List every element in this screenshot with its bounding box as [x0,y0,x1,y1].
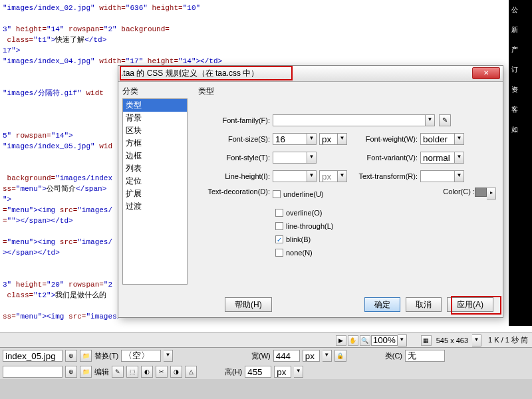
line-height-label: Line-height(I): [198,172,273,180]
width-label: 宽(W) [251,351,271,361]
zoom-icon[interactable]: 🔍 [360,335,370,346]
dropdown-icon[interactable]: ▸ [487,188,496,200]
category-item[interactable]: 列表 [123,162,187,175]
edit-tool-icon[interactable]: ◑ [170,366,182,378]
blink-label: blink(B) [286,235,311,243]
edit-tool-icon[interactable]: ✎ [112,366,124,378]
edit-tool-icon[interactable]: ✂ [156,366,168,378]
dropdown-icon[interactable]: ▼ [338,170,347,182]
category-item[interactable]: 扩展 [123,188,187,200]
ruler-icon[interactable]: ▦ [421,335,432,346]
dropdown-icon[interactable]: ▼ [307,152,317,164]
color-label: Color(C) : [443,188,475,196]
pencil-icon[interactable]: ✎ [439,114,451,126]
category-item[interactable]: 过渡 [123,200,187,213]
preview-panel: 公新产订资客如 [509,0,532,326]
font-size-label: Font-size(S): [198,135,273,143]
category-item[interactable]: 类型 [123,99,187,112]
help-button[interactable]: 帮助(H) [225,297,272,312]
dimensions-text: 545 x 463 [436,336,468,344]
category-item[interactable]: 边框 [123,150,187,162]
apply-button[interactable]: 应用(A) [447,297,493,312]
zoom-input[interactable] [371,335,398,346]
none-label: none(N) [286,249,313,257]
text-decoration-label: Text-decoration(D): [198,188,273,196]
width-unit[interactable] [303,350,320,362]
font-variant-label: Font-variant(V): [347,154,420,162]
link-icon[interactable]: ⊕ [65,366,77,378]
overline-label: overline(O) [286,209,322,217]
category-item[interactable]: 方框 [123,137,187,150]
text-transform-input[interactable] [420,170,455,182]
category-list[interactable]: 类型背景区块方框边框列表定位扩展过渡 [122,98,188,285]
font-weight-label: Font-weight(W): [347,135,420,143]
dropdown-icon[interactable]: ▼ [455,152,464,164]
font-size-unit[interactable] [319,133,338,145]
dropdown-icon[interactable]: ▼ [426,114,435,126]
hand-icon[interactable]: ✋ [348,335,358,346]
font-weight-input[interactable] [420,133,455,145]
ok-button[interactable]: 确定 [364,297,400,312]
folder-icon[interactable]: 📁 [80,350,92,362]
folder-icon[interactable]: 📁 [80,366,92,378]
dropdown-icon[interactable]: ▼ [455,133,464,145]
linethrough-label: line-through(L) [286,222,334,230]
cancel-button[interactable]: 取消 [406,297,442,312]
height-unit[interactable] [274,366,291,378]
dialog-title: .taa 的 CSS 规则定义（在 taa.css 中） [121,68,259,79]
height-input[interactable] [245,366,271,378]
dropdown-icon[interactable]: ▼ [323,350,332,362]
category-label: 分类 [122,86,188,97]
dialog-titlebar[interactable]: .taa 的 CSS 规则定义（在 taa.css 中） ✕ [118,66,503,82]
font-family-input[interactable] [273,114,426,126]
replace-label: 替换(T) [94,351,118,361]
edit-tool-icon[interactable]: ◐ [141,366,153,378]
width-input[interactable] [273,350,300,362]
lock-icon[interactable]: 🔒 [334,350,346,362]
class-label: 类(C) [385,351,402,361]
dropdown-icon[interactable]: ▼ [307,133,317,145]
dropdown-icon[interactable]: ▼ [294,366,303,378]
link-input[interactable] [3,366,63,378]
status-bar: ▶ ✋ 🔍 ▼ ▦ 545 x 463 ▼ 1 K / 1 秒 简 [0,332,532,347]
bottom-spacer [0,379,532,399]
font-family-label: Font-family(F): [198,116,273,124]
underline-checkbox[interactable] [273,190,281,198]
font-variant-input[interactable] [420,152,455,164]
dropdown-icon[interactable]: ▼ [472,334,481,346]
css-rule-dialog: .taa 的 CSS 规则定义（在 taa.css 中） ✕ 分类 类型背景区块… [118,65,503,318]
dropdown-icon[interactable]: ▼ [398,334,407,346]
underline-label: underline(U) [283,190,324,198]
color-swatch[interactable] [475,188,487,197]
timing-text: 1 K / 1 秒 简 [488,335,528,345]
category-item[interactable]: 定位 [123,175,187,188]
pointer-icon[interactable]: ▶ [336,335,346,346]
none-checkbox[interactable] [275,249,283,257]
overline-checkbox[interactable] [275,209,283,217]
file-input[interactable] [3,350,63,362]
dropdown-icon[interactable]: ▼ [455,170,464,182]
dropdown-icon[interactable]: ▼ [307,170,317,182]
edit-tool-icon[interactable]: △ [185,366,197,378]
blink-checkbox[interactable]: ✓ [275,235,283,243]
category-item[interactable]: 背景 [123,112,187,124]
font-style-label: Font-style(T): [198,154,273,162]
category-item[interactable]: 区块 [123,124,187,137]
replace-input[interactable] [121,350,161,362]
type-label: 类型 [198,86,496,97]
text-transform-label: Text-transform(R): [347,172,420,180]
dropdown-icon[interactable]: ▼ [164,350,173,362]
link-icon[interactable]: ⊕ [65,350,77,362]
line-height-input[interactable] [273,170,307,182]
font-style-input[interactable] [273,152,307,164]
properties-panel: ⊕ 📁 替换(T) ▼ 宽(W) ▼ 🔒 类(C) ⊕ 📁 编辑 ✎ ⬚ ◐ ✂… [0,347,532,379]
font-size-input[interactable] [273,133,307,145]
close-button[interactable]: ✕ [472,67,500,79]
linethrough-checkbox[interactable] [275,222,283,230]
class-input[interactable] [405,350,445,362]
line-height-unit[interactable] [319,170,338,182]
dropdown-icon[interactable]: ▼ [338,133,347,145]
edit-tool-icon[interactable]: ⬚ [126,366,138,378]
edit-label: 编辑 [94,367,109,377]
height-label: 高(H) [225,367,242,377]
